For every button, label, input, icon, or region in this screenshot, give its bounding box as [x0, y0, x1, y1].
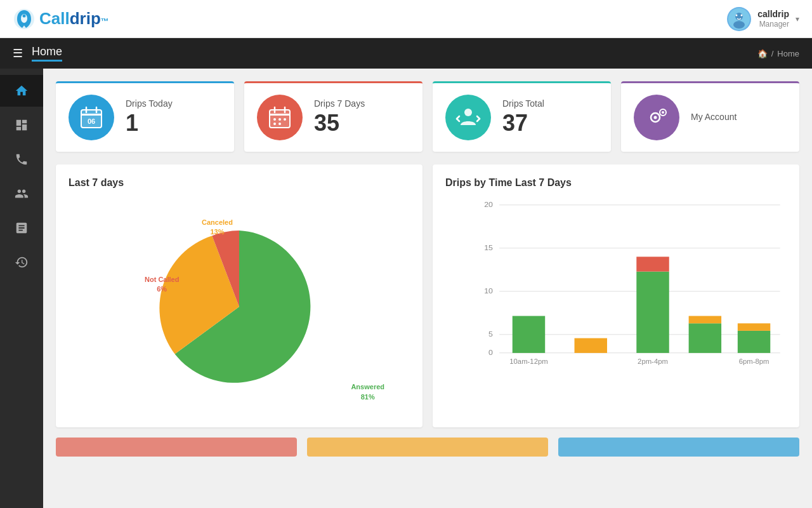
svg-point-30 [662, 111, 664, 114]
bar-6pm-8pm-yellow [738, 323, 770, 331]
drips-today-label: Drips Today [126, 98, 173, 109]
pie-chart-container: Canceled 13% Not Called 6% Answered 81% [69, 199, 410, 415]
stat-card-drips-today[interactable]: 06 Drips Today 1 [56, 81, 234, 152]
svg-point-2 [23, 14, 26, 17]
bar-6pm-8pm-green [738, 331, 770, 353]
pie-label-canceled: Canceled 13% [202, 218, 233, 237]
main-layout: 06 Drips Today 1 [0, 69, 812, 508]
bar-empty-yellow [575, 338, 607, 353]
nav-bar: ☰ Home 🏠 / Home [0, 38, 812, 69]
svg-rect-9 [81, 114, 102, 116]
charts-row: Last 7 days [56, 164, 799, 427]
drips-total-text: Drips Total 37 [502, 98, 544, 137]
user-role: Manager [757, 20, 789, 30]
breadcrumb-current: Home [777, 49, 799, 58]
bar-chart-svg: 20 15 10 5 0 10am-12pm [473, 199, 787, 371]
drips-7days-value: 35 [314, 110, 365, 137]
svg-text:6pm-8pm: 6pm-8pm [739, 358, 769, 366]
drips-total-value: 37 [502, 110, 544, 137]
bar-chart-card: Drips by Time Last 7 Days 20 15 10 5 [433, 164, 799, 427]
svg-rect-14 [270, 114, 290, 116]
bar-chart-area: 20 15 10 5 0 10am-12pm [445, 199, 787, 389]
drips-7days-text: Drips 7 Days 35 [314, 98, 365, 137]
sidebar [0, 69, 43, 508]
logo-text: Calldrip™ [39, 9, 109, 29]
pie-label-answered: Answered 81% [351, 382, 384, 402]
sidebar-item-history[interactable] [0, 246, 43, 278]
svg-point-17 [273, 118, 276, 121]
drips-today-icon: 06 [69, 95, 114, 140]
svg-point-22 [464, 109, 472, 116]
top-header: Calldrip™ calldrip Manager ▾ [0, 0, 812, 38]
svg-text:20: 20 [484, 200, 493, 209]
svg-text:2pm-4pm: 2pm-4pm [638, 358, 668, 366]
content-area: 06 Drips Today 1 [43, 69, 812, 508]
my-account-text: My Account [691, 112, 737, 123]
svg-point-6 [736, 14, 738, 16]
sidebar-item-reports[interactable] [0, 212, 43, 244]
svg-text:06: 06 [88, 117, 95, 125]
avatar [727, 7, 751, 31]
logo-icon [13, 8, 36, 30]
svg-text:5: 5 [488, 330, 493, 338]
drips-total-label: Drips Total [502, 98, 544, 109]
drips-today-text: Drips Today 1 [126, 98, 173, 137]
stat-card-my-account[interactable]: My Account [621, 81, 799, 152]
stat-cards-row: 06 Drips Today 1 [56, 81, 799, 152]
sidebar-item-dashboard[interactable] [0, 109, 43, 141]
bottom-card-3 [558, 438, 799, 457]
bar-2pm-4pm-green [636, 272, 669, 353]
svg-point-19 [284, 118, 286, 121]
svg-point-7 [741, 14, 743, 16]
sidebar-item-users[interactable] [0, 178, 43, 210]
stat-card-drips-7days[interactable]: Drips 7 Days 35 [244, 81, 422, 152]
drips-today-value: 1 [126, 110, 173, 137]
svg-point-18 [278, 118, 281, 121]
bottom-card-1 [56, 438, 297, 457]
my-account-label: My Account [691, 112, 737, 122]
svg-text:10: 10 [484, 286, 493, 295]
bar-2pm-4pm-red [636, 257, 669, 271]
svg-point-28 [654, 116, 657, 119]
svg-text:0: 0 [488, 348, 493, 357]
svg-text:15: 15 [484, 243, 493, 252]
sidebar-item-home[interactable] [0, 75, 43, 107]
nav-title: Home [32, 45, 62, 62]
user-name: calldrip [757, 8, 789, 20]
home-icon[interactable]: 🏠 [757, 49, 768, 58]
my-account-icon [634, 95, 679, 140]
bottom-card-2 [307, 438, 548, 457]
bar-group4-green [689, 323, 721, 353]
svg-line-24 [457, 119, 459, 121]
user-menu[interactable]: calldrip Manager ▾ [727, 7, 799, 31]
pie-chart-title: Last 7 days [69, 177, 410, 189]
drips-7days-icon [257, 95, 303, 140]
breadcrumb-separator: / [771, 49, 774, 58]
pie-chart-card: Last 7 days [56, 164, 422, 427]
svg-point-5 [733, 21, 745, 29]
stat-card-drips-total[interactable]: Drips Total 37 [433, 81, 611, 152]
chevron-down-icon: ▾ [796, 15, 799, 23]
bar-group4-yellow [689, 316, 721, 324]
logo: Calldrip™ [13, 8, 109, 30]
svg-text:10am-12pm: 10am-12pm [509, 358, 547, 366]
pie-chart-svg [138, 211, 341, 402]
bar-10am-12pm-green [513, 316, 545, 353]
svg-point-20 [273, 123, 276, 125]
svg-point-21 [278, 123, 281, 125]
hamburger-icon[interactable]: ☰ [13, 46, 23, 60]
pie-label-not-called: Not Called 6% [145, 275, 179, 295]
svg-line-26 [477, 119, 480, 121]
breadcrumb: 🏠 / Home [757, 49, 799, 58]
user-info: calldrip Manager [757, 8, 789, 30]
drips-7days-label: Drips 7 Days [314, 98, 365, 109]
drips-total-icon [445, 95, 491, 140]
sidebar-item-phone[interactable] [0, 144, 43, 175]
bottom-row [56, 438, 799, 457]
bar-chart-title: Drips by Time Last 7 Days [445, 177, 787, 189]
